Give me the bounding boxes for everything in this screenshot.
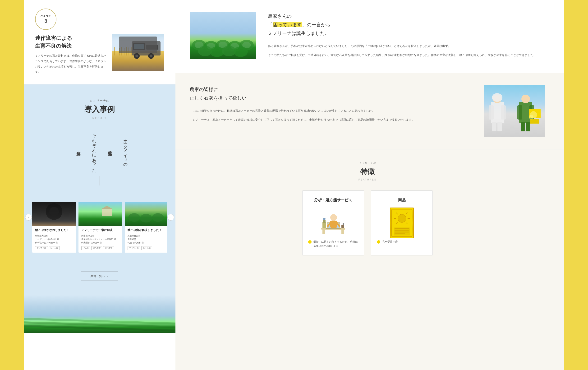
svg-point-71 bbox=[330, 214, 337, 221]
svg-point-54 bbox=[492, 93, 502, 102]
features-label: FEATURES bbox=[190, 178, 545, 181]
case-title: 連作障害による 生育不良の解決 bbox=[35, 34, 106, 50]
svg-rect-95 bbox=[395, 233, 405, 234]
origin-desc-1: ある農家さんが、肥料の効果が感じられないと悩んでいました。その原因を「土壌のpH… bbox=[268, 43, 545, 49]
svg-rect-72 bbox=[330, 221, 337, 228]
features-title: 特徴 bbox=[190, 167, 545, 177]
mission-section: 農家の皆様に 正しく石灰を扱って欲しい このご相談をきっかけに、私達は石灰メーカ… bbox=[176, 73, 564, 149]
card-tags-3: アブラナ科 軸こぶ病 bbox=[127, 246, 166, 250]
intro-section: ミノリーナの 導入事例 RESULT 解決策を それぞれにあった 処方箋肥料で … bbox=[24, 85, 176, 202]
svg-point-77 bbox=[323, 218, 326, 220]
svg-rect-66 bbox=[323, 230, 325, 234]
case-cards-wrapper: ‹ bbox=[24, 202, 176, 253]
right-panel: 農家さんの 「困っています」の一言から ミノリーナは誕生しました。 ある農家さん… bbox=[176, 0, 564, 370]
case-cards-section: ‹ bbox=[24, 202, 176, 267]
mission-title: 農家の皆様に 正しく石灰を扱って欲しい bbox=[190, 85, 472, 102]
field-background bbox=[24, 295, 176, 333]
features-subtitle: ミノリーナの bbox=[190, 161, 545, 165]
solution-item-2: それぞれにあった bbox=[90, 131, 98, 170]
carousel-next-button[interactable]: › bbox=[168, 214, 174, 221]
svg-rect-51 bbox=[501, 105, 506, 119]
svg-rect-60 bbox=[526, 122, 530, 131]
carousel-prev-button[interactable]: ‹ bbox=[25, 214, 32, 221]
origin-text: 農家さんの 「困っています」の一言から ミノリーナは誕生しました。 ある農家さん… bbox=[268, 12, 545, 61]
case-number: 3 bbox=[44, 18, 47, 24]
card-tag: アブラナ科 bbox=[35, 246, 48, 250]
feature-bullet-icon-2 bbox=[377, 240, 380, 243]
svg-rect-75 bbox=[323, 222, 326, 228]
origin-highlight: 困っています bbox=[273, 22, 302, 27]
intro-title: 導入事例 bbox=[35, 104, 164, 115]
svg-rect-12 bbox=[146, 45, 158, 50]
solution-item-4: オーダーメイドの bbox=[121, 136, 130, 165]
card-meta-2: 岡山県津山市 農業組合法人サンファール西香田 様 代表理事 福原正一 様 bbox=[81, 234, 119, 244]
card-image-2 bbox=[78, 202, 122, 226]
features-section: ミノリーナの 特徴 FEATURES 分析・処方箋サービス bbox=[176, 149, 564, 267]
case-card-3: 軸こぶ病が解決しました！ 鳥取県倉吉市 農業経営 代表 松尾政和 様 アブラナ科… bbox=[125, 202, 167, 253]
svg-rect-53 bbox=[497, 122, 502, 131]
case-circle: CASE 3 bbox=[35, 9, 56, 30]
left-panel: CASE 3 連作障害による 生育不良の解決 ミノリーナの石灰資材比は、作物を育… bbox=[24, 0, 176, 370]
intro-result-label: RESULT bbox=[35, 117, 164, 119]
card-title-2: ミノリーナで一挙に解決！ bbox=[81, 228, 119, 232]
product-box bbox=[390, 208, 414, 238]
case-card-1: 軸こぶ病がなおりました！ 鳥取県大山町 エルグリーン株式会社 様 代表取締役 持… bbox=[32, 202, 76, 253]
card-tag: イネ科 bbox=[81, 246, 90, 250]
svg-point-64 bbox=[529, 115, 534, 119]
svg-rect-94 bbox=[395, 232, 409, 233]
more-button[interactable]: 共覧一覧へ → bbox=[81, 272, 118, 281]
mission-desc-1: このご相談をきっかけに、私達は石灰メーカーの営業と農業の現場で行われている石灰資… bbox=[190, 108, 472, 114]
svg-rect-11 bbox=[133, 43, 145, 50]
card-meta-1: 鳥取県大山町 エルグリーン株式会社 様 代表取締役 持田岩一 様 bbox=[35, 234, 73, 244]
feature-bullet-2: 完全受注生産 bbox=[377, 240, 427, 244]
card-tag: 軸こぶ病 bbox=[141, 246, 152, 250]
svg-rect-52 bbox=[492, 122, 496, 131]
svg-point-27 bbox=[152, 213, 164, 222]
feature-illustration-2 bbox=[388, 208, 416, 236]
feature-bullet-text-1: 最短で結果をお伝えするため、分析は必要項目のみ(pH,EC) bbox=[314, 240, 358, 248]
card-image-1 bbox=[32, 202, 76, 226]
card-title-1: 軸こぶ病がなおりました！ bbox=[35, 228, 73, 232]
case-section: CASE 3 連作障害による 生育不良の解決 ミノリーナの石灰資材比は、作物を育… bbox=[24, 0, 176, 85]
svg-rect-17 bbox=[134, 44, 144, 49]
svg-rect-59 bbox=[521, 122, 525, 131]
card-tag: 連作障害 bbox=[103, 246, 114, 250]
svg-rect-4 bbox=[119, 48, 120, 55]
solution-divider bbox=[100, 176, 100, 185]
svg-rect-50 bbox=[489, 105, 494, 119]
svg-rect-57 bbox=[517, 105, 522, 119]
svg-rect-0 bbox=[112, 34, 164, 51]
svg-rect-21 bbox=[78, 202, 122, 226]
feature-bullet-1: 最短で結果をお伝えするため、分析は必要項目のみ(pH,EC) bbox=[308, 240, 358, 248]
feature-bullet-icon-1 bbox=[308, 240, 312, 243]
svg-point-20 bbox=[49, 207, 59, 216]
intro-subtitle: ミノリーナの bbox=[35, 99, 164, 103]
svg-point-82 bbox=[398, 214, 406, 223]
case-image bbox=[112, 34, 164, 71]
svg-point-15 bbox=[135, 54, 138, 57]
svg-rect-70 bbox=[326, 228, 341, 229]
card-content-3: 軸こぶ病が解決しました！ 鳥取県倉吉市 農業経営 代表 松尾政和 様 アブラナ科… bbox=[125, 226, 167, 253]
svg-point-56 bbox=[521, 95, 530, 103]
svg-rect-9 bbox=[131, 47, 132, 55]
mission-text: 農家の皆様に 正しく石灰を扱って欲しい このご相談をきっかけに、私達は石灰メーカ… bbox=[190, 85, 472, 137]
card-tag: アブラナ科 bbox=[127, 246, 140, 250]
svg-point-16 bbox=[150, 54, 152, 57]
card-tag: 連作障害 bbox=[91, 246, 102, 250]
svg-rect-7 bbox=[126, 47, 127, 55]
origin-title: 農家さんの 「困っています」の一言から ミノリーナは誕生しました。 bbox=[268, 12, 545, 37]
svg-rect-3 bbox=[117, 46, 117, 55]
card-image-3 bbox=[125, 202, 167, 226]
solution-block: 解決策を それぞれにあった 処方箋肥料で オーダーメイドの bbox=[35, 131, 164, 170]
svg-rect-93 bbox=[395, 230, 409, 231]
feature-card-1: 分析・処方箋サービス bbox=[302, 190, 364, 255]
harvest-field-image bbox=[112, 34, 164, 71]
svg-point-25 bbox=[128, 213, 140, 222]
svg-point-46 bbox=[233, 46, 248, 57]
feature-card-title-2: 商品 bbox=[377, 198, 427, 203]
svg-rect-8 bbox=[128, 47, 129, 55]
more-btn-section: 共覧一覧へ → bbox=[24, 267, 176, 295]
case-description: ミノリーナの石灰資材比は、作物を育てるのに最適なバランスで配合しています。連作障… bbox=[35, 53, 106, 75]
card-title-3: 軸こぶ病が解決しました！ bbox=[127, 228, 166, 232]
mission-desc-2: ミノリーナは、石灰メーカーとして農家の皆様に安心して正しく石灰を扱って頂くために… bbox=[190, 117, 472, 123]
